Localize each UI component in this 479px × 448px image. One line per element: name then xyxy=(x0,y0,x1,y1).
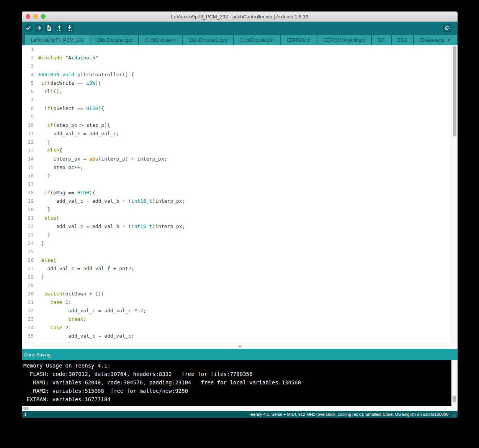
code-text xyxy=(37,62,38,71)
code-text: add_val_c = add_val_c * 2; xyxy=(37,307,146,315)
code-line: 17 xyxy=(22,180,451,189)
code-text: add_val_c = add_val_b - (int16_t)interp_… xyxy=(37,222,185,231)
code-text: interp_px = abs(interp_p) + interp_px; xyxy=(37,155,167,163)
line-number: 12 xyxy=(22,138,37,146)
code-line: 1 xyxy=(22,45,451,54)
tab-label: LaVoixski9p73_PCM_292 xyxy=(31,38,83,43)
magnifier-icon xyxy=(443,24,451,32)
open-button[interactable] xyxy=(55,24,64,32)
status-bar: Done Saving. xyxy=(22,349,458,360)
code-line: 4FASTRUN void pitchController() { xyxy=(22,71,451,79)
tab-EMAselecto[interactable]: EMAselecto▼ xyxy=(414,35,457,45)
arrow-right-circle-icon xyxy=(34,24,43,32)
code-line: 34 case 2: xyxy=(22,323,451,332)
code-line: 11 add_val_c = add_val_c; xyxy=(22,130,451,138)
code-line: 10 if(step_pc > step_p){ xyxy=(22,121,451,130)
zoom-button[interactable] xyxy=(41,14,46,19)
code-line: 20 } xyxy=(22,205,451,214)
verify-button[interactable] xyxy=(24,24,33,32)
code-text: else{ xyxy=(37,214,59,222)
code-text xyxy=(37,281,38,290)
code-lines: 12#include "Arduino.h"34FASTRUN void pit… xyxy=(22,45,451,343)
line-number: 16 xyxy=(22,172,37,180)
tab-EEPROMAnything.h[interactable]: EEPROMAnything.h xyxy=(317,35,371,45)
code-text: add_val_c = add_val_f + pot2; xyxy=(37,264,134,273)
serial-monitor-button[interactable] xyxy=(443,24,451,32)
code-text xyxy=(37,248,38,256)
code-text: else{ xyxy=(37,256,56,264)
check-circle-icon xyxy=(24,24,33,32)
line-number: 19 xyxy=(22,197,37,205)
tab-EG2[interactable]: EG2 xyxy=(392,35,413,45)
code-line: 27 add_val_c = add_val_f + pot2; xyxy=(22,264,451,273)
code-text: case 1: xyxy=(37,298,71,307)
code-line: 33 break; xyxy=(22,315,451,323)
editor-vertical-scrollbar[interactable] xyxy=(451,45,458,343)
scrollbar-thumb[interactable] xyxy=(453,395,456,402)
upload-button[interactable] xyxy=(34,24,43,32)
code-text xyxy=(37,96,38,104)
code-text: add_val_c = add_val_c; xyxy=(37,130,119,138)
scrollbar-thumb[interactable] xyxy=(23,407,29,410)
line-number: 22 xyxy=(22,222,37,231)
code-line: 25 xyxy=(22,248,451,256)
minimize-button[interactable] xyxy=(33,14,38,19)
line-number: 20 xyxy=(22,205,37,214)
tab-LaVoixski9p73_PCM_292[interactable]: LaVoixski9p73_PCM_292 xyxy=(25,35,90,45)
line-number: 5 xyxy=(22,79,37,87)
line-number: 10 xyxy=(22,121,37,130)
code-line: 35 add_val_c = add_val_c; xyxy=(22,332,451,340)
line-number: 32 xyxy=(22,307,37,315)
toolbar-right xyxy=(443,24,451,32)
code-line: 21 else{ xyxy=(22,214,451,222)
console-horizontal-scrollbar[interactable] xyxy=(22,406,458,411)
new-sketch-button[interactable] xyxy=(45,24,53,32)
code-line: 24 } xyxy=(22,239,451,248)
tab-ClickEncoder.h[interactable]: ClickEncoder.h xyxy=(139,35,182,45)
line-number: 3 xyxy=(22,62,37,71)
code-text: case 2: xyxy=(37,323,71,332)
toolbar-buttons xyxy=(24,24,74,32)
line-number: 31 xyxy=(22,298,37,307)
code-line: 6 cli(); xyxy=(22,87,451,96)
code-text xyxy=(37,180,38,189)
tab-EG[interactable]: EG xyxy=(372,35,391,45)
tab-ClickEncoder.cpp[interactable]: ClickEncoder.cpp xyxy=(90,35,138,45)
code-editor[interactable]: 12#include "Arduino.h"34FASTRUN void pit… xyxy=(22,45,458,343)
status-message: Done Saving. xyxy=(24,352,52,358)
window-title: LaVoixski9p73_PCM_292 - pitchController.… xyxy=(171,14,309,20)
tab-ClickEncoder2.cpp[interactable]: ClickEncoder2.cpp xyxy=(183,35,233,45)
save-button[interactable] xyxy=(65,24,74,32)
line-number: 29 xyxy=(22,281,37,290)
tab-label: ClickEncoder2.cpp xyxy=(189,38,227,43)
tab-EEPROM.h[interactable]: EEPROM.h xyxy=(281,35,317,45)
code-line: 2#include "Arduino.h" xyxy=(22,54,451,62)
code-text: step_pc++; xyxy=(37,163,83,172)
editor-horizontal-scrollbar[interactable] xyxy=(22,343,458,349)
code-text: } xyxy=(37,239,44,248)
code-line: 13 else{ xyxy=(22,146,451,155)
code-line: 5 if(dacWrite == LOW){ xyxy=(22,79,451,87)
board-info: Teensy 4.1, Serial + MIDI, 912 MHz (over… xyxy=(249,412,449,417)
console-line: EXTRAM: variables:16777184 xyxy=(23,395,451,404)
line-number: 28 xyxy=(22,273,37,281)
line-number: 36 xyxy=(22,340,37,343)
scrollbar-thumb[interactable] xyxy=(453,46,456,136)
console-vertical-scrollbar[interactable] xyxy=(451,360,458,406)
tab-ClickEncoder2.h[interactable]: ClickEncoder2.h xyxy=(234,35,280,45)
resize-grip-icon[interactable] xyxy=(451,412,457,417)
code-line: 3 xyxy=(22,62,451,71)
tab-label: ClickEncoder2.h xyxy=(240,38,273,43)
code-line: 28 } xyxy=(22,273,451,281)
close-button[interactable] xyxy=(26,14,30,19)
line-number: 21 xyxy=(22,214,37,222)
code-line: 23 } xyxy=(22,231,451,239)
line-number: 23 xyxy=(22,231,37,239)
code-line: 16 } xyxy=(22,172,451,180)
code-text: } xyxy=(37,231,50,239)
code-line: 30 switch(octDown + 1){ xyxy=(22,290,451,298)
tab-label: EG xyxy=(378,38,384,43)
chevron-down-icon[interactable]: ▼ xyxy=(447,38,451,42)
scrollbar-thumb[interactable] xyxy=(239,345,242,348)
tab-label: EEPROM.h xyxy=(287,38,311,43)
